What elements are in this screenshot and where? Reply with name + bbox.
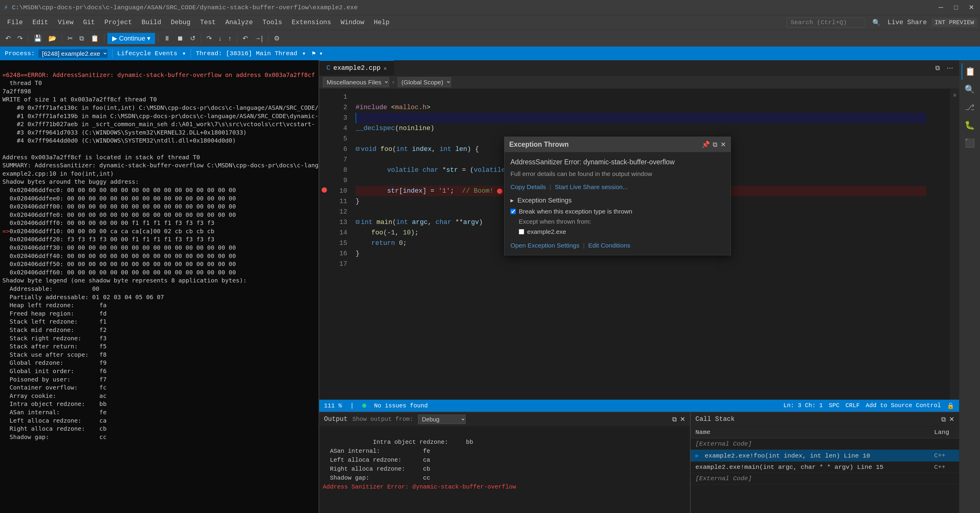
popup-section-title: ▸ Exception Settings [511,197,725,204]
popup-links: Copy Details | Start Live Share session.… [511,183,725,191]
popup-popout-button[interactable]: ⧉ [713,141,718,149]
tab-label: example2.cpp [333,64,380,72]
line-numbers: 1 2 3 4 5 6 7 8 9 10 11 12 13 14 15 16 1 [330,89,351,400]
callstack-expand-button[interactable]: ⧉ [941,416,946,423]
save-button[interactable]: 💾 [31,33,44,44]
edit-conditions-link[interactable]: Edit Conditions [588,242,630,249]
output-panel: Output Show output from: Debug ⧉ ✕ In [319,412,690,513]
stop-debug-button[interactable]: ⏹ [175,33,186,44]
menu-file[interactable]: File [3,17,27,27]
continue-button[interactable]: ▶ Continue ▾ [107,33,155,44]
live-share-button[interactable]: Live Share [888,19,927,26]
more-actions-button[interactable]: ⋯ [944,63,956,73]
step-over-button[interactable]: ↷ [204,33,214,44]
copy-details-link[interactable]: Copy Details [511,183,546,191]
menu-help[interactable]: Help [370,17,394,27]
menu-debug[interactable]: Debug [167,17,194,27]
breadcrumb-separator: › [391,79,395,86]
menu-test[interactable]: Test [196,17,220,27]
except-when-indent: Except when thrown from: [519,218,725,225]
restart-debug-button[interactable]: ↺ [188,33,198,44]
scope-select[interactable]: (Global Scope) [398,77,451,87]
menu-build[interactable]: Build [137,17,165,27]
split-editor-button[interactable]: ⧉ [933,63,942,73]
output-content: Intra object redzone: bb ASan internal: … [319,427,690,513]
file-context-select[interactable]: Miscellaneous Files [323,77,389,87]
output-close-button[interactable]: ✕ [680,416,685,423]
menu-project[interactable]: Project [100,17,136,27]
output-panel-header-right: ⧉ ✕ [672,416,685,423]
process-select[interactable]: [6248] example2.exe [38,49,107,58]
table-row[interactable]: [External Code] [690,438,959,450]
tab-file-icon: C [326,64,330,72]
minimize-button[interactable]: ─ [936,2,946,13]
table-row[interactable]: example2.exe!main(int argc, char * * arg… [690,462,959,473]
search-icon[interactable]: 🔍 [870,17,883,28]
debug-process-label: Process: [5,50,35,57]
code-line-2: #include <malloc.h> [356,102,926,113]
tab-close-button[interactable]: ✕ [383,65,387,71]
except-example2-label: example2.exe [527,228,566,235]
run-to-click-button[interactable]: →| [252,33,265,44]
lifecycle-dropdown-icon[interactable]: ▾ [182,50,186,57]
break-on-exception-checkbox[interactable] [511,209,516,214]
menu-edit[interactable]: Edit [28,17,52,27]
open-file-button[interactable]: 📂 [46,33,59,44]
status-bar-right: Ln: 3 Ch: 1 SPC CRLF Add to Source Contr… [783,402,955,410]
menu-bar: File Edit View Git Project Build Debug T… [0,15,980,30]
redo-button[interactable]: ↷ [15,33,25,44]
step-into-button[interactable]: ↓ [216,33,224,44]
copy-button[interactable]: ⧉ [77,33,86,44]
terminal-panel: =6248==ERROR: AddressSanitizer: dynamic-… [0,60,319,513]
popup-error-title: AddressSanitizer Error: dynamic-stack-bu… [511,158,725,166]
cut-button[interactable]: ✂ [65,33,75,44]
breakpoint-line10[interactable] [321,187,327,193]
step-out-button[interactable]: ↑ [226,33,234,44]
continue-label: Continue [119,35,145,42]
settings-button[interactable]: ⚙ [272,33,282,44]
activity-extensions[interactable]: ⬛ [961,135,978,151]
live-share-link[interactable]: Start Live Share session... [555,183,628,191]
popup-header: Exception Thrown 📌 ⧉ ✕ [504,137,730,152]
open-exception-settings-link[interactable]: Open Exception Settings [511,242,579,249]
maximize-button[interactable]: □ [952,2,960,13]
paste-button[interactable]: 📋 [88,33,101,44]
popup-header-icons: 📌 ⧉ ✕ [702,141,726,149]
continue-dropdown-icon[interactable]: ▾ [147,35,150,42]
step-back-button[interactable]: ↶ [240,33,250,44]
code-line-1 [356,92,926,102]
thread-dropdown2-icon[interactable]: ▾ [319,50,323,57]
close-button[interactable]: ✕ [966,2,977,13]
activity-explorer[interactable]: 📋 [961,63,978,80]
activity-source-control[interactable]: ⎇ [961,99,978,116]
table-row[interactable]: ▶ example2.exe!foo(int index, int len) L… [690,450,959,462]
except-example2-checkbox[interactable] [519,229,524,234]
menu-tools[interactable]: Tools [258,17,286,27]
terminal-content: =6248==ERROR: AddressSanitizer: dynamic-… [2,63,316,449]
undo-button[interactable]: ↶ [3,33,13,44]
right-panel: C example2.cpp ✕ ⧉ ⋯ Miscellaneous Files… [319,60,959,513]
thread-dropdown-icon[interactable]: ▾ [302,50,306,57]
output-expand-button[interactable]: ⧉ [672,416,677,423]
output-filter-select[interactable]: Debug [418,415,466,424]
popup-link-sep: | [549,183,551,191]
source-control-label[interactable]: Add to Source Control [866,402,941,410]
activity-search[interactable]: 🔍 [961,81,978,98]
callstack-close-button[interactable]: ✕ [949,416,955,423]
table-row[interactable]: [External Code] [690,473,959,484]
popup-pin-button[interactable]: 📌 [702,141,710,149]
breakpoints-button[interactable]: ⏸ [161,33,173,44]
callstack-title: Call Stack [695,416,735,423]
callstack-table: Name Lang [External Code] [690,427,959,513]
lifecycle-events-label: Lifecycle Events [117,50,178,57]
menu-analyze[interactable]: Analyze [221,17,257,27]
menu-extensions[interactable]: Extensions [288,17,335,27]
menu-window[interactable]: Window [337,17,368,27]
menu-git[interactable]: Git [79,17,99,27]
frame-main: example2.exe!main(int argc, char * * arg… [690,462,929,473]
popup-close-button[interactable]: ✕ [721,141,726,149]
menu-view[interactable]: View [54,17,78,27]
tab-example2-cpp[interactable]: C example2.cpp ✕ [319,60,394,76]
activity-debug[interactable]: 🐛 [961,117,978,133]
search-bar[interactable]: Search (Ctrl+Q) [787,17,865,27]
